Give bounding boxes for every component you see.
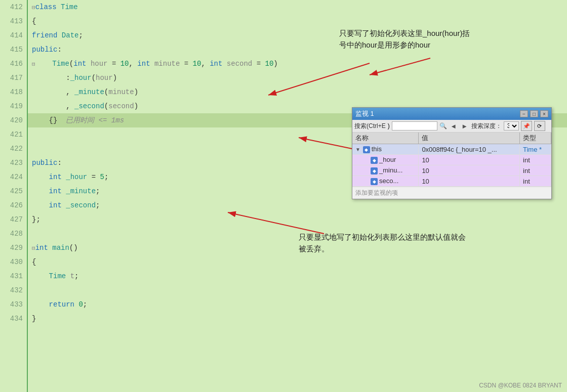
number-literal: 5 [100,173,104,181]
plain-text: = [180,60,192,68]
code-line: { [28,14,567,28]
watch-titlebar: 监视 1 − □ × [352,108,551,120]
plain-text: {} [32,116,57,124]
code-line: } [28,312,567,326]
number-literal: 10 [193,60,201,68]
keyword: int [35,244,48,252]
plain-text: = [252,60,265,68]
plain-text: ) [134,88,138,96]
plain-text [222,60,226,68]
line-number: 433 [4,297,23,312]
line-number: 434 [4,312,23,326]
fold-icon[interactable]: ⊟ [32,5,35,11]
function-name: main [52,244,69,252]
number-literal: 10 [265,60,273,68]
fold-icon[interactable]: ⊟ [32,245,35,251]
plain-text [62,187,66,195]
search-paren: ) [388,122,390,129]
watch-title-buttons: − □ × [520,110,548,117]
plain-text: : [57,46,61,54]
watch-row[interactable]: ▼ ◆this0x008ff94c {_hour=10 _...Time * [352,144,551,155]
plain-text: ; [96,201,100,209]
function-name: _hour [66,173,87,181]
search-label: 搜索(Ctrl+E [354,122,386,130]
plain-text: ) [134,102,138,110]
plain-text: () [69,244,78,252]
plain-text: ) [113,74,117,82]
plain-text: , [129,60,138,68]
keyword: int [49,187,62,195]
var-icon: ◆ [363,146,370,153]
line-number: 430 [4,255,23,269]
line-number: 431 [4,269,23,283]
refresh-button[interactable]: ⟳ [534,121,545,131]
line-number: 414 [4,28,23,42]
expand-arrow[interactable]: ▼ [355,147,362,152]
depth-select[interactable]: 31245 [504,121,519,130]
keyword: friend [32,31,57,39]
plain-text: { [32,17,36,25]
line-number: 426 [4,198,23,212]
class-name: Time [61,3,78,11]
minimize-button[interactable]: − [520,110,528,117]
code-line: int _second; [28,198,567,212]
code-line: }; [28,212,567,227]
line-number: 415 [4,42,23,57]
keyword: public [32,159,57,167]
watch-cell-type: int [520,165,551,176]
line-number: 419 [4,99,23,113]
plain-text [35,60,53,68]
line-number: 420 [4,113,23,127]
function-name: _second [74,102,104,110]
back-button[interactable]: ◄ [449,121,458,130]
restore-button[interactable]: □ [530,110,538,117]
plain-text [32,201,49,209]
search-icon: 🔍 [439,122,447,129]
close-button[interactable]: × [540,110,548,117]
plain-text: } [32,315,36,323]
plain-text [32,300,49,309]
plain-text [86,60,90,68]
line-number: 425 [4,184,23,198]
code-line: { [28,255,567,269]
watch-cell-name: ◆_minu... [352,165,419,176]
fold-icon[interactable]: ⊟ [32,61,35,67]
search-input[interactable] [392,121,437,130]
plain-text: , [32,88,74,96]
plain-text [32,272,49,280]
plain-text: ; [96,187,100,195]
line-number: 421 [4,127,23,142]
depth-label: 搜索深度： [471,122,502,130]
plain-text [48,244,52,252]
watch-cell-type: int [520,155,551,165]
plain-text: ; [74,272,78,280]
plain-text: ( [104,102,108,110]
code-line: public: [28,42,567,57]
number-literal: 10 [120,60,129,68]
plain-text: ( [92,74,96,82]
watch-row[interactable]: ◆_hour10int [352,155,551,165]
code-line [28,227,567,241]
code-line: , _minute(minute) [28,85,567,99]
watch-cell-value: 10 [419,165,520,176]
code-line: ⊟ Time(int hour = 10, int minute = 10, i… [28,57,567,71]
forward-button[interactable]: ► [460,121,469,130]
param-name: minute [108,88,134,96]
plain-text: }; [32,215,40,224]
watch-row[interactable]: ◆_minu...10int [352,165,551,176]
plain-text: ; [83,300,87,309]
watch-row[interactable]: ◆seco...10int [352,176,551,187]
plain-text [32,187,49,195]
keyword: return [49,300,74,309]
plain-text [62,173,66,181]
plain-text [32,173,49,181]
watch-cell-name: ◆_hour [352,155,419,165]
plain-text: : [57,159,61,167]
watch-footer: 添加要监视的项 [352,187,551,199]
plain-text: , [201,60,210,68]
code-line: ⊟int main() [28,241,567,255]
code-line [28,283,567,297]
code-editor: 4124134144154164174184194204214224234244… [0,0,567,392]
pin-button[interactable]: 📌 [521,121,532,131]
param-name: second [108,102,134,110]
